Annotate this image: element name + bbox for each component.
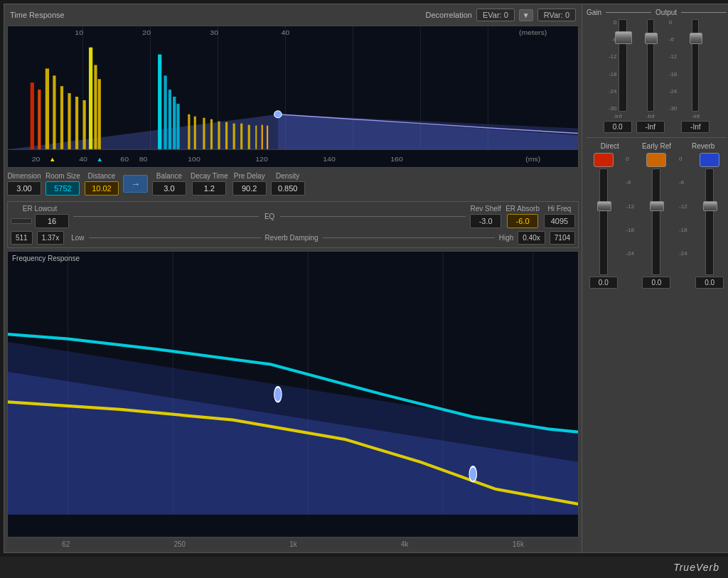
early-ref-color-btn[interactable] <box>646 153 666 167</box>
right-panel: Gain Output 0 -6 -12 -18 <box>582 4 728 552</box>
time-response-title: Time Response <box>10 11 65 19</box>
output-l-group: -Inf -Inf <box>636 19 665 133</box>
der-scale-r: 0 -6 -12 -18 -24 <box>679 153 687 259</box>
evar-dropdown[interactable]: ▼ <box>519 9 533 21</box>
val-511[interactable]: 511 <box>11 231 33 245</box>
svg-point-64 <box>274 387 282 402</box>
direct-color-btn[interactable] <box>594 153 614 167</box>
svg-text:120: 120 <box>255 155 268 163</box>
gain-value[interactable]: 0.0 <box>604 121 632 133</box>
svg-rect-38 <box>240 124 242 150</box>
svg-rect-19 <box>60 86 63 149</box>
params-row: Dimension 3.00 Room Size 5752 Distance 1… <box>7 171 579 197</box>
reverb-color-btn[interactable] <box>700 153 719 167</box>
output-neg-inf-l: -Inf <box>646 113 655 119</box>
direct-fader[interactable] <box>599 168 608 275</box>
density-group: Density 0.850 <box>271 172 305 196</box>
val-7104[interactable]: 7104 <box>550 231 575 245</box>
freq-response-svg <box>8 252 578 537</box>
svg-rect-23 <box>89 48 92 150</box>
density-value[interactable]: 0.850 <box>271 181 305 196</box>
rev-shelf-value[interactable]: -3.0 <box>470 214 501 228</box>
rev-shelf-group: Rev Shelf -3.0 <box>470 205 501 228</box>
direct-value[interactable]: 0.0 <box>589 277 618 289</box>
output-r-fader[interactable] <box>692 19 699 112</box>
low-label: Low <box>71 234 84 242</box>
er-lowcut-value[interactable]: 16 <box>35 214 69 228</box>
val-040x[interactable]: 0.40x <box>518 231 545 245</box>
decorrelation-area: Decorrelation EVar: 0 ▼ RVar: 0 <box>426 9 576 21</box>
svg-text:40: 40 <box>79 155 87 163</box>
early-ref-value[interactable]: 0.0 <box>642 277 670 289</box>
svg-rect-17 <box>46 68 49 149</box>
freq-label-250: 250 <box>173 540 186 548</box>
svg-text:100: 100 <box>188 155 200 163</box>
reverb-fader[interactable] <box>705 168 714 275</box>
hi-freq-value[interactable]: 4095 <box>544 214 575 228</box>
rvar-value: RVar: 0 <box>544 11 569 19</box>
svg-rect-37 <box>233 124 235 150</box>
freq-x-labels: 62 250 1k 4k 16k <box>7 539 579 550</box>
decorrelation-label: Decorrelation <box>426 11 472 19</box>
freq-label-1k: 1k <box>289 540 297 548</box>
svg-rect-29 <box>173 97 176 149</box>
dimension-value[interactable]: 3.00 <box>7 181 41 196</box>
svg-text:80: 80 <box>139 155 148 163</box>
er-absorb-value[interactable]: -6.0 <box>507 214 538 228</box>
balance-value[interactable]: 3.0 <box>152 181 186 196</box>
er-lowcut-toggle[interactable] <box>11 218 32 224</box>
evar-box[interactable]: EVar: 0 <box>476 9 515 21</box>
svg-text:160: 160 <box>390 155 403 163</box>
svg-rect-40 <box>255 126 257 150</box>
svg-text:▲: ▲ <box>49 156 55 163</box>
time-response-display[interactable]: 10 20 30 40 (meters) <box>7 26 579 168</box>
freq-label-4k: 4k <box>401 540 409 548</box>
pre-delay-label: Pre Delay <box>234 172 265 180</box>
reverb-channel: 0.0 <box>695 153 724 289</box>
svg-rect-24 <box>94 65 97 149</box>
hi-freq-label: Hi Freq <box>548 205 572 213</box>
decay-time-group: Decay Time 1.2 <box>191 172 228 196</box>
gain-fader[interactable] <box>619 19 627 112</box>
svg-text:(meters): (meters) <box>519 28 547 36</box>
svg-text:30: 30 <box>210 28 218 36</box>
svg-rect-36 <box>225 122 228 150</box>
output-value-l[interactable]: -Inf <box>636 121 665 133</box>
svg-rect-42 <box>267 126 268 150</box>
distance-group: Distance 10.02 <box>85 172 119 196</box>
direct-label: Direct <box>587 142 633 150</box>
decay-time-value[interactable]: 1.2 <box>192 181 226 196</box>
output-r-group: -Inf -Inf <box>681 19 710 133</box>
output-l-fader[interactable] <box>647 19 654 112</box>
balance-label: Balance <box>156 172 182 180</box>
er-eq-section: ER Lowcut 16 EQ Rev Shelf -3.0 <box>7 201 579 248</box>
rvar-box[interactable]: RVar: 0 <box>537 9 576 21</box>
er-absorb-group: ER Absorb -6.0 <box>505 205 540 228</box>
dimension-label: Dimension <box>7 172 41 180</box>
arrow-button[interactable]: → <box>123 175 148 193</box>
output-neg-inf-r: -Inf <box>692 113 700 119</box>
gain-fader-group: 0 -6 -12 -18 -24 -30 -Inf <box>604 19 632 133</box>
rev-shelf-label: Rev Shelf <box>471 205 501 213</box>
hi-freq-group: Hi Freq 4095 <box>544 205 575 228</box>
decay-time-label: Decay Time <box>191 172 228 180</box>
pre-delay-value[interactable]: 90.2 <box>232 181 267 196</box>
eq-center-label: EQ <box>264 213 274 220</box>
svg-rect-41 <box>262 125 263 150</box>
er-absorb-label: ER Absorb <box>505 205 540 213</box>
frequency-response-display[interactable]: Frequency Response <box>7 251 579 537</box>
val-137x[interactable]: 1.37x <box>37 231 64 245</box>
output-value-r[interactable]: -Inf <box>681 121 710 133</box>
svg-text:40: 40 <box>282 28 290 36</box>
svg-rect-32 <box>194 117 196 150</box>
distance-value[interactable]: 10.02 <box>85 181 119 196</box>
output-title: Output <box>655 9 677 16</box>
room-size-value[interactable]: 5752 <box>46 181 80 196</box>
early-ref-fader[interactable] <box>652 168 660 275</box>
gain-neg-inf: -Inf <box>614 113 622 119</box>
early-ref-label: Early Ref <box>633 142 680 150</box>
brand-name: TrueVerb <box>673 562 719 573</box>
reverb-value[interactable]: 0.0 <box>695 277 724 289</box>
svg-text:140: 140 <box>323 155 336 163</box>
er-lowcut-group: ER Lowcut 16 <box>11 205 69 228</box>
